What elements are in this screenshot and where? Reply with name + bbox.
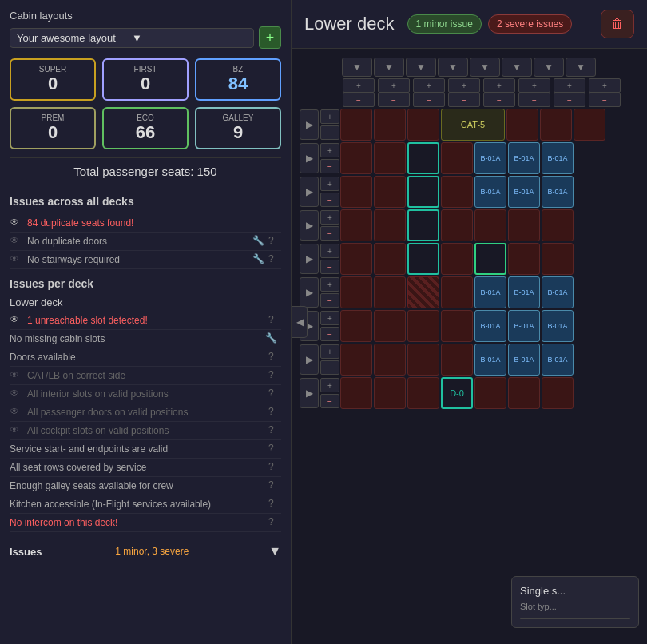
help-icon[interactable]: ? [268, 516, 281, 529]
col-remove-5[interactable]: − [518, 93, 550, 107]
cell-1-6[interactable] [574, 109, 605, 141]
cell-3-1[interactable] [374, 176, 406, 208]
row-add-4[interactable]: + [320, 210, 339, 225]
cell-4-5[interactable] [508, 209, 540, 241]
cell-b01a-8-0[interactable]: B-01A [474, 344, 506, 376]
cell-b01a-8-2[interactable]: B-01A [542, 344, 574, 376]
cell-7-2[interactable] [407, 310, 439, 342]
row-add-3[interactable]: + [320, 177, 339, 191]
cell-8-2[interactable] [407, 344, 439, 376]
cell-9-0[interactable] [340, 377, 372, 409]
help-icon[interactable]: ? [268, 235, 281, 248]
cell-b01a-7-0[interactable]: B-01A [474, 310, 506, 342]
cell-b01a-3-1[interactable]: B-01A [508, 176, 540, 208]
cell-b01a-3-0[interactable]: B-01A [474, 176, 506, 208]
badge-minor[interactable]: 1 minor issue [407, 14, 482, 34]
cell-7-0[interactable] [340, 310, 372, 342]
col-arrow-2[interactable]: ▼ [406, 58, 436, 77]
back-button[interactable]: ◀ [292, 306, 308, 338]
cell-teal-2-2[interactable] [407, 142, 439, 174]
help-icon[interactable]: ? [268, 406, 281, 419]
cell-teal-4-2[interactable] [407, 209, 439, 241]
row-remove-6[interactable]: − [320, 293, 339, 308]
cell-2-3[interactable] [441, 142, 473, 174]
cell-b01a-2-0[interactable]: B-01A [474, 142, 506, 174]
cell-8-0[interactable] [340, 344, 372, 376]
col-remove-1[interactable]: − [378, 93, 410, 107]
row-add-2[interactable]: + [320, 143, 339, 157]
col-remove-2[interactable]: − [413, 93, 445, 107]
help-icon[interactable]: ? [268, 314, 281, 327]
cell-6-0[interactable] [340, 276, 372, 308]
cell-4-3[interactable] [441, 209, 473, 241]
cell-cat5[interactable]: CAT-5 [441, 109, 505, 141]
col-arrow-6[interactable]: ▼ [534, 58, 564, 77]
help-icon[interactable]: ? [268, 388, 281, 400]
cell-4-1[interactable] [374, 209, 406, 241]
cell-9-1[interactable] [374, 377, 406, 409]
cell-b01a-2-2[interactable]: B-01A [542, 142, 574, 174]
row-remove-4[interactable]: − [320, 226, 339, 241]
row-arrow-4[interactable]: ▶ [300, 210, 319, 241]
row-remove-7[interactable]: − [320, 327, 339, 341]
cell-teal-3-2[interactable] [407, 176, 439, 208]
col-remove-0[interactable]: − [343, 93, 375, 107]
col-remove-6[interactable]: − [554, 93, 585, 107]
cell-5-outline[interactable] [474, 243, 506, 275]
cell-9-5[interactable] [508, 377, 540, 409]
cell-8-1[interactable] [374, 344, 406, 376]
cell-9-2[interactable] [407, 377, 439, 409]
row-remove-1[interactable]: − [320, 125, 339, 140]
cell-teal-5-2[interactable] [407, 243, 439, 275]
cell-7-3[interactable] [441, 310, 473, 342]
col-remove-4[interactable]: − [483, 93, 515, 107]
cell-8-3[interactable] [441, 344, 473, 376]
cell-1-4[interactable] [506, 109, 538, 141]
col-add-1[interactable]: + [378, 78, 410, 93]
deck-canvas[interactable]: ▼ ▼ ▼ ▼ ▼ ▼ ▼ ▼ + − + − + [292, 49, 647, 644]
cell-7-1[interactable] [374, 310, 406, 342]
help-icon[interactable]: ? [268, 479, 281, 492]
row-arrow-6[interactable]: ▶ [300, 277, 319, 308]
row-add-7[interactable]: + [320, 311, 339, 325]
col-add-6[interactable]: + [554, 78, 585, 93]
help-icon[interactable]: ? [268, 461, 281, 474]
add-layout-button[interactable]: + [259, 26, 281, 49]
cell-3-0[interactable] [340, 176, 372, 208]
cell-4-6[interactable] [542, 209, 574, 241]
help-icon[interactable]: ? [268, 253, 281, 266]
col-arrow-7[interactable]: ▼ [566, 58, 596, 77]
row-add-5[interactable]: + [320, 244, 339, 258]
row-arrow-8[interactable]: ▶ [300, 344, 319, 375]
col-arrow-5[interactable]: ▼ [502, 58, 532, 77]
cell-6-3[interactable] [441, 276, 473, 308]
help-icon[interactable]: ? [268, 498, 281, 511]
cell-b01a-7-2[interactable]: B-01A [542, 310, 574, 342]
row-arrow-9[interactable]: ▶ [300, 378, 319, 408]
cell-9-4[interactable] [474, 377, 506, 409]
cell-4-0[interactable] [340, 209, 372, 241]
cell-b01a-3-2[interactable]: B-01A [542, 176, 574, 208]
col-arrow-0[interactable]: ▼ [342, 58, 372, 77]
row-remove-8[interactable]: − [320, 360, 339, 375]
row-add-9[interactable]: + [320, 378, 339, 392]
col-arrow-4[interactable]: ▼ [470, 58, 500, 77]
row-arrow-3[interactable]: ▶ [300, 177, 319, 207]
cell-1-0[interactable] [340, 109, 372, 141]
cell-b01a-6-0[interactable]: B-01A [474, 276, 506, 308]
col-add-0[interactable]: + [343, 78, 375, 93]
layout-selector[interactable]: Your awesome layout ▼ [10, 28, 254, 48]
row-remove-3[interactable]: − [320, 193, 339, 207]
col-add-4[interactable]: + [483, 78, 515, 93]
cell-d0[interactable]: D-0 [441, 377, 473, 409]
delete-button[interactable]: 🗑 [601, 10, 634, 38]
row-arrow-5[interactable]: ▶ [300, 244, 319, 274]
help-icon[interactable]: ? [268, 424, 281, 437]
row-arrow-2[interactable]: ▶ [300, 143, 319, 173]
col-arrow-3[interactable]: ▼ [438, 58, 468, 77]
col-add-2[interactable]: + [413, 78, 445, 93]
cell-b01a-7-1[interactable]: B-01A [508, 310, 540, 342]
row-remove-2[interactable]: − [320, 159, 339, 173]
row-add-6[interactable]: + [320, 277, 339, 292]
row-remove-5[interactable]: − [320, 260, 339, 274]
